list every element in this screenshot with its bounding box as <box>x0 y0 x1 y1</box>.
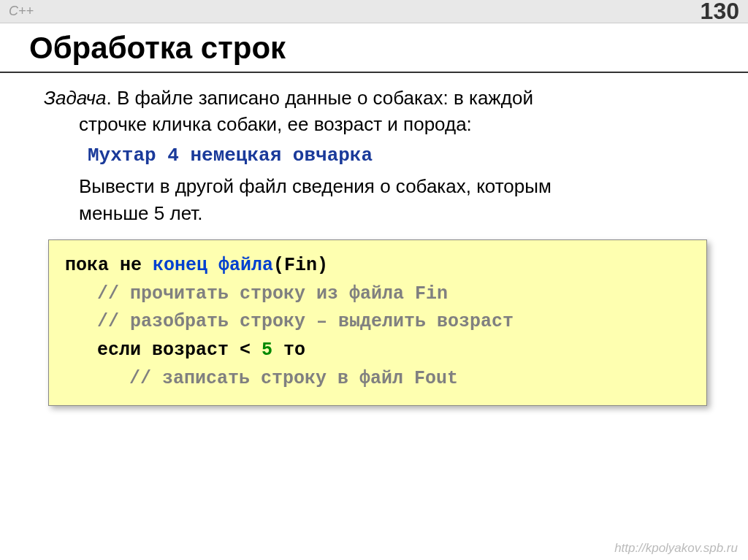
page-number: 130 <box>701 0 739 25</box>
content-area: Задача. В файле записано данные о собака… <box>0 73 748 406</box>
task-description: Задача. В файле записано данные о собака… <box>44 85 711 226</box>
header-language: C++ <box>9 4 34 19</box>
code-line-1: пока не конец файла(Fin) <box>65 252 690 280</box>
task-label: Задача <box>44 87 106 109</box>
pseudocode-box: пока не конец файла(Fin) // прочитать ст… <box>48 239 707 406</box>
task-text-2a: Вывести в другой файл сведения о собаках… <box>44 173 711 199</box>
code-keyword: конец файла <box>153 255 273 276</box>
header-bar: C++ 130 <box>0 0 748 23</box>
code-text: пока не <box>65 255 153 276</box>
code-line-4: если возраст < 5 то <box>65 337 690 365</box>
task-text-2b: меньше 5 лет. <box>44 200 711 226</box>
code-number: 5 <box>262 340 272 361</box>
footer-url: http://kpolyakov.spb.ru <box>614 541 738 556</box>
slide-title: Обработка строк <box>0 23 748 73</box>
task-code-example: Мухтар 4 немецкая овчарка <box>44 142 711 169</box>
task-text-1a: . В файле записано данные о собаках: в к… <box>106 87 533 109</box>
code-comment-line-2: // прочитать строку из файла Fin <box>65 280 690 309</box>
code-comment-line-5: // записать строку в файл Fout <box>65 365 690 394</box>
code-text: если возраст < <box>97 340 262 361</box>
code-text: (Fin) <box>273 255 328 276</box>
task-text-1b: строчке кличка собаки, ее возраст и поро… <box>44 111 711 137</box>
code-text: то <box>272 340 305 361</box>
code-comment-line-3: // разобрать строку – выделить возраст <box>65 308 690 337</box>
